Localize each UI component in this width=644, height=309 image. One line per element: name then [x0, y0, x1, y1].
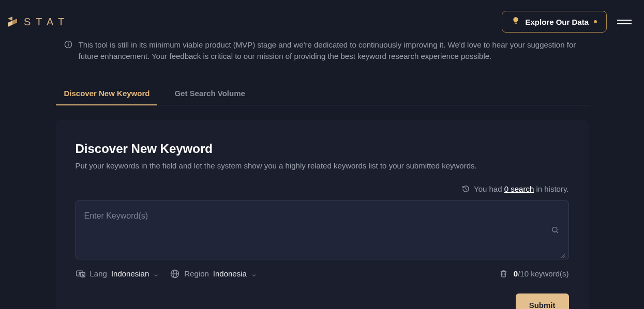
logo[interactable]: STAT: [6, 16, 69, 28]
search-icon: [551, 226, 559, 234]
notification-dot-icon: [594, 20, 597, 23]
keyword-input-wrap: [76, 200, 569, 259]
globe-icon: [170, 269, 180, 279]
region-value: Indonesia: [213, 269, 247, 278]
explore-data-button[interactable]: Explore Our Data: [502, 11, 607, 33]
panel-title: Discover New Keyword: [76, 142, 569, 156]
notice-text: This tool is still in its minimum viable…: [79, 39, 589, 62]
history-link[interactable]: 0 search: [504, 184, 534, 193]
explore-data-label: Explore Our Data: [525, 18, 589, 26]
lightbulb-icon: [512, 17, 520, 27]
language-selector[interactable]: Lang Indonesian: [76, 269, 159, 279]
svg-point-3: [552, 227, 557, 231]
tab-search-volume[interactable]: Get Search Volume: [174, 83, 245, 105]
history-suffix: in history.: [534, 184, 568, 193]
controls-row: Lang Indonesian Region I: [76, 269, 569, 279]
history-prefix: You had: [474, 184, 504, 193]
lang-value: Indonesian: [111, 269, 149, 278]
header: STAT Explore Our Data: [0, 0, 644, 31]
brand-text: STAT: [24, 16, 69, 28]
keyword-input[interactable]: [76, 201, 568, 257]
region-selector[interactable]: Region Indonesia: [170, 269, 256, 279]
tabs: Discover New Keyword Get Search Volume: [56, 83, 589, 105]
region-label: Region: [184, 269, 209, 278]
svg-rect-2: [68, 42, 68, 43]
tab-volume-label: Get Search Volume: [174, 89, 245, 98]
controls-left: Lang Indonesian Region I: [76, 269, 256, 279]
count-current: 0: [514, 269, 518, 278]
count-max: /10 keyword(s): [518, 269, 568, 278]
keyword-count: 0/10 keyword(s): [514, 269, 569, 278]
clear-button[interactable]: [500, 270, 507, 277]
language-icon: [76, 269, 86, 279]
chevron-down-icon: [153, 271, 158, 276]
header-right: Explore Our Data: [502, 11, 632, 33]
controls-right: 0/10 keyword(s): [500, 269, 569, 278]
mvp-notice: This tool is still in its minimum viable…: [56, 31, 589, 62]
chevron-down-icon: [251, 271, 256, 276]
submit-button[interactable]: Submit: [516, 293, 569, 310]
history-row: You had 0 search in history.: [76, 184, 569, 193]
svg-rect-1: [68, 44, 68, 47]
menu-button[interactable]: [617, 20, 632, 24]
info-icon: [64, 40, 72, 49]
main-container: This tool is still in its minimum viable…: [56, 31, 589, 309]
history-icon: [462, 185, 470, 193]
tab-discover-label: Discover New Keyword: [64, 89, 150, 98]
logo-mark-icon: [6, 16, 19, 28]
lang-label: Lang: [90, 269, 107, 278]
submit-row: Submit: [76, 293, 569, 310]
discover-panel: Discover New Keyword Put your keywords i…: [56, 120, 589, 310]
panel-description: Put your keywords in the field and let t…: [76, 161, 569, 170]
tab-discover-keyword[interactable]: Discover New Keyword: [64, 83, 150, 105]
svg-line-4: [557, 231, 558, 233]
